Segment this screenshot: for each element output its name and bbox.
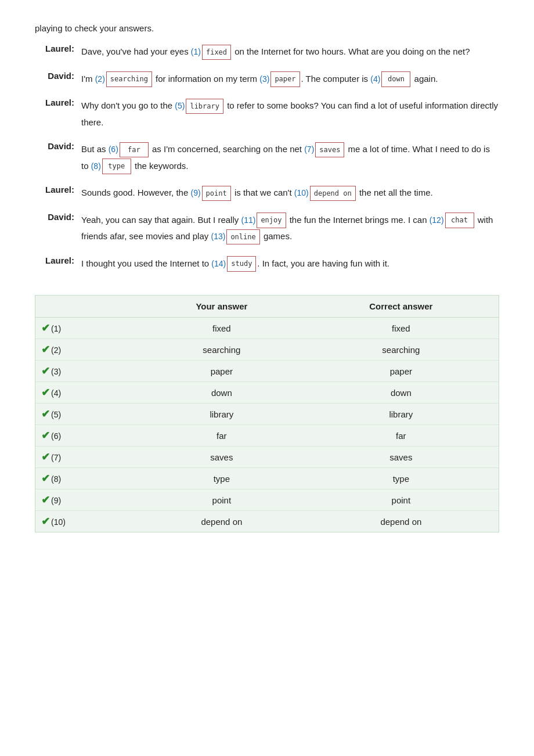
row-check-num: ✔(4) xyxy=(35,382,140,404)
row-check-num: ✔(9) xyxy=(35,489,140,511)
row-check-num: ✔(6) xyxy=(35,425,140,447)
table-row: ✔(7)savessaves xyxy=(35,447,499,468)
answer-num: (10) xyxy=(294,188,309,197)
your-answer-cell: down xyxy=(140,382,304,404)
check-icon: ✔ xyxy=(41,451,50,463)
row-check-num: ✔(3) xyxy=(35,361,140,382)
table-row: ✔(3)paperpaper xyxy=(35,361,499,382)
answer-box: study xyxy=(227,256,256,272)
check-icon: ✔ xyxy=(41,473,50,484)
row-num: (10) xyxy=(51,517,66,527)
speaker-2: Laurel: xyxy=(35,98,81,131)
table-row: ✔(9)pointpoint xyxy=(35,489,499,511)
row-check-num: ✔(1) xyxy=(35,318,140,339)
your-answer-cell: searching xyxy=(140,339,304,361)
speech-text: again. xyxy=(412,74,438,84)
answer-num: (12) xyxy=(430,215,444,225)
your-answer-cell: type xyxy=(140,468,304,489)
answer-num: (14) xyxy=(211,259,226,268)
check-icon: ✔ xyxy=(41,365,50,377)
answer-box: far xyxy=(120,142,149,158)
row-num: (9) xyxy=(51,496,61,505)
speech-3: But as (6)far as I'm concerned, searchin… xyxy=(81,141,499,174)
results-section: Your answer Correct answer ✔(1)fixedfixe… xyxy=(35,295,499,532)
correct-answer-cell: searching xyxy=(304,339,499,361)
row-num: (4) xyxy=(51,388,61,398)
dialog-block-4: Laurel:Sounds good. However, the (9)poin… xyxy=(35,185,499,201)
answer-num: (7) xyxy=(304,145,314,154)
your-answer-cell: paper xyxy=(140,361,304,382)
answer-box: enjoy xyxy=(257,213,286,228)
row-check-num: ✔(8) xyxy=(35,468,140,489)
speaker-3: David: xyxy=(35,141,81,174)
row-num: (3) xyxy=(51,367,61,376)
speech-2: Why don't you go to the (5)library to re… xyxy=(81,98,499,131)
correct-answer-cell: point xyxy=(304,489,499,511)
table-row: ✔(6)farfar xyxy=(35,425,499,447)
check-icon: ✔ xyxy=(41,322,50,334)
table-row: ✔(1)fixedfixed xyxy=(35,318,499,339)
speech-text: . In fact, you are having fun with it. xyxy=(257,258,389,268)
intro-text: playing to check your answers. xyxy=(35,23,499,33)
correct-answer-cell: saves xyxy=(304,447,499,468)
answer-num: (5) xyxy=(175,101,185,110)
table-row: ✔(2)searchingsearching xyxy=(35,339,499,361)
speech-text: I thought you used the Internet to xyxy=(81,258,211,268)
answer-box: depend on xyxy=(310,186,356,201)
your-answer-cell: depend on xyxy=(140,511,304,532)
dialog-block-3: David:But as (6)far as I'm concerned, se… xyxy=(35,141,499,174)
table-row: ✔(4)downdown xyxy=(35,382,499,404)
speech-1: I'm (2)searching for information on my t… xyxy=(81,71,499,88)
speech-text: on the Internet for two hours. What are … xyxy=(232,46,470,56)
speech-text: . The computer is xyxy=(301,74,371,84)
answer-num: (1) xyxy=(191,47,201,56)
your-answer-cell: saves xyxy=(140,447,304,468)
correct-answer-cell: library xyxy=(304,404,499,425)
dialog-block-1: David:I'm (2)searching for information o… xyxy=(35,71,499,88)
answer-num: (8) xyxy=(91,161,101,171)
dialog-block-5: David:Yeah, you can say that again. But … xyxy=(35,212,499,245)
answer-box: type xyxy=(102,159,131,174)
speaker-1: David: xyxy=(35,71,81,88)
check-icon: ✔ xyxy=(41,430,50,441)
answer-num: (11) xyxy=(241,215,255,225)
speech-text: Dave, you've had your eyes xyxy=(81,46,191,56)
correct-answer-cell: paper xyxy=(304,361,499,382)
speech-text: as I'm concerned, searching on the net xyxy=(150,144,304,154)
speaker-4: Laurel: xyxy=(35,185,81,201)
row-num: (6) xyxy=(51,431,61,441)
row-num: (5) xyxy=(51,410,61,419)
correct-answer-cell: depend on xyxy=(304,511,499,532)
answer-box: paper xyxy=(270,71,300,87)
correct-answer-cell: far xyxy=(304,425,499,447)
dialog-block-2: Laurel:Why don't you go to the (5)librar… xyxy=(35,98,499,131)
row-num: (8) xyxy=(51,474,61,484)
check-icon: ✔ xyxy=(41,344,50,355)
your-answer-cell: far xyxy=(140,425,304,447)
speech-text: for information on my term xyxy=(153,74,259,84)
check-icon: ✔ xyxy=(41,387,50,398)
table-row: ✔(5)librarylibrary xyxy=(35,404,499,425)
speech-text: the net all the time. xyxy=(357,188,433,197)
table-row: ✔(8)typetype xyxy=(35,468,499,489)
row-check-num: ✔(10) xyxy=(35,511,140,532)
speaker-5: David: xyxy=(35,212,81,245)
row-check-num: ✔(7) xyxy=(35,447,140,468)
results-table: Your answer Correct answer ✔(1)fixedfixe… xyxy=(35,296,499,532)
dialog-block-0: Laurel:Dave, you've had your eyes (1)fix… xyxy=(35,44,499,60)
speech-4: Sounds good. However, the (9)point is th… xyxy=(81,185,499,201)
dialog-block-6: Laurel:I thought you used the Internet t… xyxy=(35,255,499,272)
answer-num: (2) xyxy=(95,74,105,84)
answer-box: searching xyxy=(106,71,152,87)
speech-text: the fun the Internet brings me. I can xyxy=(287,215,430,225)
table-row: ✔(10)depend ondepend on xyxy=(35,511,499,532)
speech-6: I thought you used the Internet to (14)s… xyxy=(81,255,499,272)
answer-num: (13) xyxy=(211,232,225,241)
row-num: (2) xyxy=(51,345,61,355)
answer-box: online xyxy=(226,229,259,245)
speech-text: the keywords. xyxy=(132,161,189,171)
your-answer-cell: library xyxy=(140,404,304,425)
speech-text: Yeah, you can say that again. But I real… xyxy=(81,215,241,225)
col-header-num xyxy=(35,296,140,318)
check-icon: ✔ xyxy=(41,408,50,420)
